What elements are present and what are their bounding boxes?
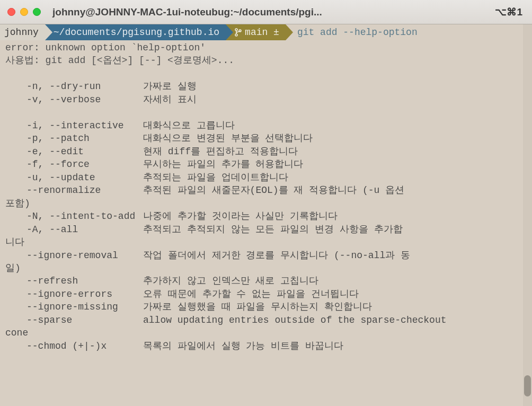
option-flag: -e, --edit — [5, 145, 143, 158]
option-description: 목록의 파일에서 실행 가능 비트를 바꿉니다 — [143, 340, 532, 352]
usage-line: 사용법: git add [<옵션>] [--] <경로명세>... — [0, 54, 532, 67]
wrap-line: 니다 — [0, 236, 532, 249]
branch-label: main ± — [245, 26, 279, 39]
blank-line — [0, 106, 532, 119]
prompt-line: johnny ~/documents/pgisung.github.io mai… — [0, 24, 532, 40]
option-description: 대화식으로 고릅니다 — [143, 119, 532, 132]
option-flag: -f, --force — [5, 158, 143, 171]
scrollbar-track[interactable] — [523, 24, 532, 406]
wrap-line: cone — [0, 326, 532, 339]
prompt-path: ~/documents/pgisung.github.io — [45, 24, 226, 40]
option-row: -N, --intent-to-add나중에 추가할 것이라는 사실만 기록합니… — [0, 210, 532, 223]
option-flag: -i, --interactive — [5, 119, 143, 132]
keyboard-shortcut: ⌥⌘1 — [495, 6, 525, 18]
option-description: 추적되고 추적되지 않는 모든 파일의 변경 사항을 추가합 — [143, 223, 532, 236]
prompt-branch: main ± — [226, 24, 286, 40]
scrollbar-thumb[interactable] — [524, 375, 531, 396]
option-row: -n, --dry-run가짜로 실행 — [0, 80, 532, 93]
command-input[interactable]: git add --help-option — [286, 24, 418, 40]
wrap-line: 포함) — [0, 197, 532, 210]
option-description: 작업 폴더에서 제거한 경로를 무시합니다 (--no-all과 동 — [143, 249, 532, 262]
option-flag: -p, --patch — [5, 132, 143, 145]
option-description: 무시하는 파일의 추가를 허용합니다 — [143, 158, 532, 171]
option-row: --sparseallow updating entries outside o… — [0, 314, 532, 326]
option-description: 나중에 추가할 것이라는 사실만 기록합니다 — [143, 210, 532, 223]
option-description: 가짜로 실행했을 때 파일을 무시하는지 확인합니다 — [143, 301, 532, 313]
option-description: 대화식으로 변경된 부분을 선택합니다 — [143, 132, 532, 145]
terminal-content[interactable]: johnny ~/documents/pgisung.github.io mai… — [0, 24, 532, 352]
window-title: johnny@JOHNNY-MAC-1ui-noteubug:~/documen… — [41, 6, 495, 18]
option-flag: --ignore-removal — [5, 249, 143, 262]
option-flag: --chmod (+|-)x — [5, 340, 143, 352]
option-row: -v, --verbose자세히 표시 — [0, 93, 532, 106]
svg-point-1 — [235, 34, 237, 36]
option-row: -p, --patch대화식으로 변경된 부분을 선택합니다 — [0, 132, 532, 145]
option-row: -i, --interactive대화식으로 고릅니다 — [0, 119, 532, 132]
prompt-user: johnny — [0, 24, 45, 40]
option-flag: -v, --verbose — [5, 93, 143, 106]
maximize-button[interactable] — [33, 8, 41, 16]
wrap-line: 일) — [0, 262, 532, 275]
option-flag: -N, --intent-to-add — [5, 210, 143, 223]
option-description: 자세히 표시 — [143, 93, 532, 106]
option-description: 추적되는 파일을 업데이트합니다 — [143, 171, 532, 184]
traffic-lights — [7, 8, 41, 16]
svg-point-0 — [235, 29, 237, 31]
option-row: --ignore-removal작업 폴더에서 제거한 경로를 무시합니다 (-… — [0, 249, 532, 262]
option-flag: --ignore-errors — [5, 288, 143, 301]
window-titlebar: johnny@JOHNNY-MAC-1ui-noteubug:~/documen… — [0, 0, 532, 24]
option-description: allow updating entries outside of the sp… — [143, 314, 532, 326]
option-row: -A, --all추적되고 추적되지 않는 모든 파일의 변경 사항을 추가합 — [0, 223, 532, 236]
option-row: -f, --force무시하는 파일의 추가를 허용합니다 — [0, 158, 532, 171]
option-description: 현재 diff를 편집하고 적용합니다 — [143, 145, 532, 158]
option-row: --ignore-missing가짜로 실행했을 때 파일을 무시하는지 확인합… — [0, 301, 532, 313]
option-description: 추적된 파일의 새줄문자(EOL)를 재 적용합니다 (-u 옵션 — [143, 184, 532, 197]
option-row: -u, --update추적되는 파일을 업데이트합니다 — [0, 171, 532, 184]
option-row: --ignore-errors오류 때문에 추가할 수 없는 파일을 건너뜁니다 — [0, 288, 532, 301]
option-flag: --sparse — [5, 314, 143, 326]
option-flag: --renormalize — [5, 184, 143, 197]
option-row: --refresh추가하지 않고 인덱스만 새로 고칩니다 — [0, 275, 532, 287]
option-flag: -n, --dry-run — [5, 80, 143, 93]
option-row: --renormalize추적된 파일의 새줄문자(EOL)를 재 적용합니다 … — [0, 184, 532, 197]
blank-line — [0, 67, 532, 80]
option-description: 가짜로 실행 — [143, 80, 532, 93]
option-flag: --ignore-missing — [5, 301, 143, 313]
option-row: -e, --edit현재 diff를 편집하고 적용합니다 — [0, 145, 532, 158]
option-flag: --refresh — [5, 275, 143, 287]
option-row: --chmod (+|-)x목록의 파일에서 실행 가능 비트를 바꿉니다 — [0, 340, 532, 352]
option-flag: -A, --all — [5, 223, 143, 236]
minimize-button[interactable] — [20, 8, 28, 16]
option-description: 추가하지 않고 인덱스만 새로 고칩니다 — [143, 275, 532, 287]
error-line: error: unknown option `help-option' — [0, 41, 532, 54]
git-branch-icon — [234, 28, 242, 37]
option-description: 오류 때문에 추가할 수 없는 파일을 건너뜁니다 — [143, 288, 532, 301]
close-button[interactable] — [7, 8, 15, 16]
option-flag: -u, --update — [5, 171, 143, 184]
